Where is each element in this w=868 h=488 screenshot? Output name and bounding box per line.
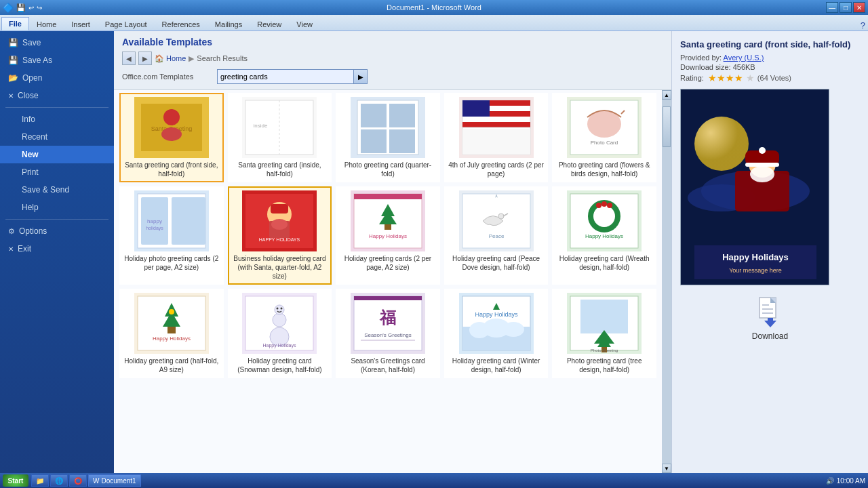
tab-page-layout[interactable]: Page Layout (98, 18, 155, 30)
svg-rect-13 (361, 129, 387, 153)
svg-text:holidays: holidays (146, 226, 163, 231)
search-row: Office.com Templates ▶ (122, 69, 663, 84)
svg-point-60 (601, 201, 607, 207)
nav-forward-button[interactable]: ▶ (138, 52, 152, 65)
quick-access-undo[interactable]: ↩ (28, 4, 34, 12)
template-label-holiday2: Holiday greeting cards (2 per page, A2 s… (340, 254, 436, 272)
help-icon[interactable]: ? (861, 20, 865, 30)
sidebar-divider-2 (5, 219, 108, 220)
template-item-holiday-winter[interactable]: Happy Holidays Holiday greeting card (Wi… (444, 289, 549, 378)
taskbar-doc-label: Document1 (101, 477, 136, 485)
scroll-down-button[interactable]: ▼ (662, 464, 671, 473)
svg-rect-114 (762, 312, 773, 314)
templates-body: Santa Greeting Santa greeting card (fron… (114, 90, 671, 473)
svg-point-107 (759, 147, 766, 154)
template-item-holiday-photo[interactable]: happy holidays Holiday photo greeting ca… (119, 186, 224, 285)
search-input[interactable] (218, 70, 353, 83)
quick-access-redo[interactable]: ↪ (37, 4, 42, 12)
download-label: Download (752, 331, 788, 341)
close-button[interactable]: ✕ (853, 2, 865, 13)
svg-point-40 (271, 219, 288, 230)
sidebar-item-options[interactable]: ⚙ Options (0, 222, 114, 240)
template-item-santa-front[interactable]: Santa Greeting Santa greeting card (fron… (119, 93, 224, 182)
tab-insert[interactable]: Insert (64, 18, 98, 30)
svg-rect-20 (462, 100, 490, 117)
scroll-thumb[interactable] (663, 106, 671, 147)
template-item-business[interactable]: HAPPY HOLIDAYS Business holiday greeting… (228, 186, 332, 285)
tab-file[interactable]: File (1, 17, 29, 30)
svg-text:HAPPY HOLIDAYS: HAPPY HOLIDAYS (259, 237, 300, 242)
template-thumb-holiday-half: Happy Holidays (134, 293, 209, 354)
sidebar-item-new[interactable]: New (0, 146, 114, 163)
svg-text:Happy Holidays: Happy Holidays (263, 343, 297, 348)
templates-grid-wrap[interactable]: Santa Greeting Santa greeting card (fron… (114, 90, 662, 473)
template-thumb-holiday-winter: Happy Holidays (459, 293, 534, 354)
template-item-holiday2[interactable]: Happy Holidays Holiday greeting cards (2… (336, 186, 440, 285)
nav-home-button[interactable]: 🏠 Home (155, 54, 186, 63)
maximize-button[interactable]: □ (840, 2, 852, 13)
template-item-photo-qf[interactable]: Photo greeting card (quarter-fold) (336, 93, 440, 182)
sidebar-item-open[interactable]: 📂 Open (0, 69, 114, 87)
start-button[interactable]: Start (3, 474, 28, 487)
sidebar-item-save-as[interactable]: 💾 Save As (0, 52, 114, 69)
sidebar-item-info[interactable]: Info (0, 110, 114, 128)
taskbar-item-word-active[interactable]: W Document1 (88, 474, 141, 487)
template-item-4thjuly[interactable]: 4th of July 4th of July greeting cards (… (444, 93, 549, 182)
tab-references[interactable]: References (155, 18, 208, 30)
template-thumb-korean: 福 Season's Greetings (351, 293, 425, 354)
tab-mailings[interactable]: Mailings (208, 18, 250, 30)
svg-text:Happy Holidays: Happy Holidays (369, 233, 407, 239)
template-item-korean[interactable]: 福 Season's Greetings Season's Greetings … (336, 289, 440, 378)
quick-access-save[interactable]: 💾 (16, 3, 26, 12)
nav-current-label: Search Results (197, 54, 248, 62)
svg-rect-12 (389, 104, 415, 127)
sidebar-item-close[interactable]: ✕ Close (0, 87, 114, 104)
santa-preview-render: Happy Holidays Your message here (681, 89, 829, 285)
template-item-holiday-pdc[interactable]: Peace Holiday greeting card (Peace Dove … (444, 186, 549, 285)
svg-point-76 (281, 308, 283, 310)
taskbar-item-ie[interactable]: 🌐 (50, 474, 68, 487)
minimize-button[interactable]: — (826, 2, 838, 13)
tab-review[interactable]: Review (250, 18, 289, 30)
right-panel: Santa greeting card (front side, half-fo… (671, 31, 868, 473)
open-icon: 📂 (8, 73, 18, 83)
sidebar-item-save[interactable]: 💾 Save (0, 34, 114, 52)
scroll-up-button[interactable]: ▲ (662, 90, 671, 100)
taskbar-item-explorer[interactable]: 📁 (31, 474, 49, 487)
provider-link[interactable]: Avery (U.S.) (724, 54, 764, 62)
svg-rect-23 (462, 129, 530, 155)
ie-icon: 🌐 (55, 477, 63, 485)
sidebar-item-recent[interactable]: Recent (0, 128, 114, 146)
template-item-holiday-wreath[interactable]: Happy Holidays Holiday greeting card (Wr… (552, 186, 656, 285)
template-item-holiday-half[interactable]: Happy Holidays Holiday greeting card (ha… (119, 289, 224, 378)
star-empty: ★ (746, 73, 755, 83)
template-item-photo-birds[interactable]: Photo Card Photo greeting card (flowers … (552, 93, 656, 182)
sidebar-item-save-send[interactable]: Save & Send (0, 181, 114, 199)
download-button-wrap: Download (680, 295, 860, 341)
svg-rect-39 (271, 204, 288, 214)
sidebar-item-exit[interactable]: ✕ Exit (0, 240, 114, 258)
template-label-holiday-winter: Holiday greeting card (Winter design, ha… (448, 357, 545, 374)
templates-scrollbar[interactable]: ▲ ▼ (662, 90, 671, 473)
tab-view[interactable]: View (289, 18, 320, 30)
template-thumb-business: HAPPY HOLIDAYS (242, 190, 317, 251)
search-go-button[interactable]: ▶ (353, 70, 367, 83)
template-item-photo-tree[interactable]: Photo Greeting Photo greeting card (tree… (552, 289, 656, 378)
templates-grid: Santa Greeting Santa greeting card (fron… (119, 93, 656, 378)
sidebar-item-print[interactable]: Print (0, 163, 114, 181)
sidebar-item-help[interactable]: Help (0, 199, 114, 216)
template-label-photo-tree: Photo greeting card (tree design, half-f… (556, 357, 652, 374)
template-thumb-photo-birds: Photo Card (567, 97, 642, 158)
template-label-korean: Season's Greetings card (Korean, half-fo… (340, 357, 436, 374)
svg-point-51 (498, 214, 504, 219)
tab-home[interactable]: Home (29, 18, 64, 30)
download-button[interactable]: Download (752, 295, 788, 341)
nav-back-button[interactable]: ◀ (122, 52, 136, 65)
template-item-snowman[interactable]: Happy Holidays Holiday greeting card (Sn… (228, 289, 332, 378)
template-item-santa-inside[interactable]: inside Santa greeting card (inside, half… (228, 93, 332, 182)
tray-time: 10:00 AM (837, 477, 865, 485)
word-taskbar-icon: W (93, 477, 99, 485)
taskbar-item-chrome[interactable]: ⭕ (69, 474, 87, 487)
window-controls: — □ ✕ (826, 2, 865, 13)
svg-text:Happy Holidays: Happy Holidays (153, 336, 191, 342)
